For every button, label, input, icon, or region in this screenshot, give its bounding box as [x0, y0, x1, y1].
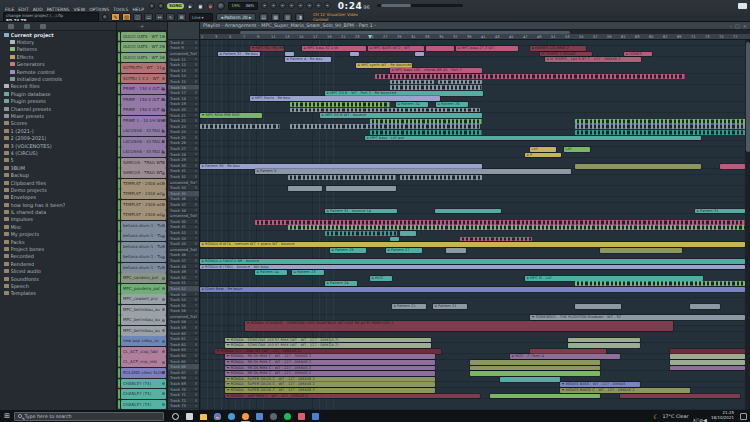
channel-button[interactable]: MPC_cowbell_pro	[121, 294, 166, 304]
taskbar-clock[interactable]: 21:25 18/10/2021	[711, 411, 734, 420]
browser-item[interactable]: 3BUM	[0, 164, 116, 171]
channel-button[interactable]: LACUSHA - 33 FAG A	[121, 147, 166, 157]
channel-button[interactable]: PRIME - 150 V GLT AL	[121, 84, 166, 94]
pattern-clip[interactable]	[326, 186, 396, 191]
pattern-clip[interactable]	[568, 338, 640, 343]
channel-pan-knob[interactable]	[162, 403, 165, 406]
channel-pan-knob[interactable]	[162, 329, 165, 332]
channel-pan-knob[interactable]	[162, 277, 165, 280]
channel-button[interactable]: MPC_sandero_pat	[121, 273, 166, 283]
browser-item[interactable]: 3 (VOICENOTES)	[0, 142, 116, 149]
cortana-icon[interactable]	[172, 413, 179, 420]
pattern-clip[interactable]: 4 Pattern 27	[386, 248, 422, 253]
pattern-clip[interactable]: 4 Pattern 31	[695, 209, 745, 214]
slip-tool-icon[interactable]: ↔	[155, 13, 164, 21]
channel-button[interactable]: CL_ACP_imp_rebi	[121, 357, 166, 367]
channel-button[interactable]: PRIME - 150 V GLT AL	[121, 105, 166, 115]
slice-tool-icon[interactable]: ∿	[166, 13, 175, 21]
channel-pan-knob[interactable]	[162, 214, 165, 217]
channel-button[interactable]: MPC_berimbau_au	[121, 326, 166, 336]
pattern-clip[interactable]: LAY	[564, 147, 590, 152]
channel-led[interactable]	[118, 189, 120, 199]
channel-led[interactable]	[118, 179, 120, 189]
pattern-clip[interactable]	[568, 343, 640, 348]
hint-knob[interactable]	[102, 14, 108, 20]
song-mode-toggle[interactable]: SONG	[167, 3, 184, 9]
channel-led[interactable]	[118, 32, 120, 42]
channel-pan-knob[interactable]	[162, 56, 165, 59]
channel-led[interactable]	[118, 116, 120, 126]
browser-item[interactable]: 5	[0, 157, 116, 164]
pattern-clip[interactable]	[290, 108, 480, 113]
pattern-clip[interactable]: 4 Pattern 21	[392, 304, 426, 309]
shuffle-knob[interactable]	[217, 2, 225, 10]
playlist-grid[interactable]: ≡ MPC SD TRK RMX4 MPC bass 32 A W4 MPC B…	[200, 40, 745, 410]
browser-item[interactable]: 2 (2009-2021)	[0, 134, 116, 141]
browser-item[interactable]: Impulses	[0, 216, 116, 223]
channel-led[interactable]	[118, 126, 120, 136]
zoom-tool-icon[interactable]: ⊞	[177, 13, 186, 21]
channel-led[interactable]	[118, 368, 120, 378]
channel-button[interactable]: bellana drum 1 - Tu	[121, 242, 166, 252]
play-button[interactable]: ▶	[187, 2, 194, 9]
taskbar-search[interactable]: Type here to search	[14, 412, 164, 421]
channel-button[interactable]: TEMPLST - 2408 wC	[121, 179, 166, 189]
channel-pan-knob[interactable]	[162, 193, 165, 196]
channel-pan-knob[interactable]	[162, 308, 165, 311]
audio-clip[interactable]: ≡ RONDA - AMP RMX C - WT - 127 - DMXAS 2	[225, 394, 480, 399]
channel-pan-knob[interactable]	[162, 45, 165, 48]
channel-led[interactable]	[118, 231, 120, 241]
audio-clip[interactable]: ≡ RONDA - 98 OK RMX C - WT - 127 - DMXAS…	[225, 360, 435, 365]
channel-led[interactable]	[118, 400, 120, 410]
song-position-slider[interactable]	[377, 4, 463, 7]
channel-pan-knob[interactable]	[162, 382, 165, 385]
fl-studio-icon[interactable]	[242, 413, 249, 420]
channel-pan-knob[interactable]	[162, 256, 165, 259]
photos-icon[interactable]	[256, 413, 263, 420]
audio-clip[interactable]: ≡ RONDA - SOMEONE 100 97 RMX (WT - WT - …	[225, 343, 431, 348]
browser-item[interactable]: Misc	[0, 223, 116, 230]
pattern-clip[interactable]: 4 Pattern 26	[436, 102, 468, 107]
obs-icon[interactable]	[270, 413, 277, 420]
channel-led[interactable]	[118, 389, 120, 399]
pattern-clip[interactable]	[690, 304, 720, 309]
pattern-clip[interactable]	[400, 175, 482, 180]
channel-pan-knob[interactable]	[162, 182, 165, 185]
channel-led[interactable]	[118, 305, 120, 315]
audio-clip[interactable]: ≡ MOVES RINGS C - WT - 127 - DMXAS 2	[560, 388, 690, 393]
notification-center-icon[interactable]	[740, 413, 747, 420]
browser-item[interactable]: Packs	[0, 238, 116, 245]
audio-clip[interactable]: ≡ MPC RON 998 SHO	[200, 113, 262, 118]
pattern-clip[interactable]: 4 Pattern 31 - bounce 14	[325, 209, 397, 214]
countdown-icon[interactable]: •	[297, 2, 304, 9]
browser-item[interactable]: Mixer presets	[0, 112, 116, 119]
pattern-clip[interactable]: 4 Pattern 29	[330, 248, 366, 253]
loop-record-icon[interactable]: •	[306, 2, 313, 9]
browser-item[interactable]: Backup	[0, 171, 116, 178]
browser-item[interactable]: Plugin database	[0, 90, 116, 97]
step-edit-icon[interactable]: •	[315, 2, 322, 9]
browser-item[interactable]: Sliced audio	[0, 268, 116, 275]
mic-icon[interactable]: •	[279, 2, 286, 9]
browser-item[interactable]: Patterns	[0, 46, 116, 53]
audio-clip[interactable]: ≡ RONDA - SUPER DELTA C - WT - 127 - DMX…	[225, 377, 435, 382]
channel-pan-knob[interactable]	[162, 361, 165, 364]
pattern-clip[interactable]	[460, 237, 532, 242]
channel-led[interactable]	[118, 53, 120, 63]
channel-button[interactable]: PRIME - 150 V GLT AL	[121, 95, 166, 105]
menu-item-tools[interactable]: TOOLS	[111, 7, 130, 12]
channel-led[interactable]	[118, 221, 120, 231]
piano-roll-icon[interactable]: ▥	[283, 13, 292, 21]
pattern-clip[interactable]	[255, 220, 745, 225]
browser-toggle-icon[interactable]: ◨	[295, 13, 304, 21]
master-pitch-knob[interactable]	[158, 3, 164, 9]
channel-led[interactable]	[118, 315, 120, 325]
channel-button[interactable]: MPC_berimbau_au	[121, 305, 166, 315]
channel-led[interactable]	[118, 168, 120, 178]
pattern-clip[interactable]	[575, 281, 745, 286]
channel-pan-knob[interactable]	[162, 67, 165, 70]
pattern-clip[interactable]: 4 MPC synth WT - Re-bounced	[356, 63, 412, 68]
channel-pan-knob[interactable]	[162, 298, 165, 301]
pattern-clip[interactable]: 4 MPC M - LAY	[525, 276, 703, 281]
pattern-clip[interactable]: 4 Pattern 30 - Re-bou	[200, 164, 482, 169]
